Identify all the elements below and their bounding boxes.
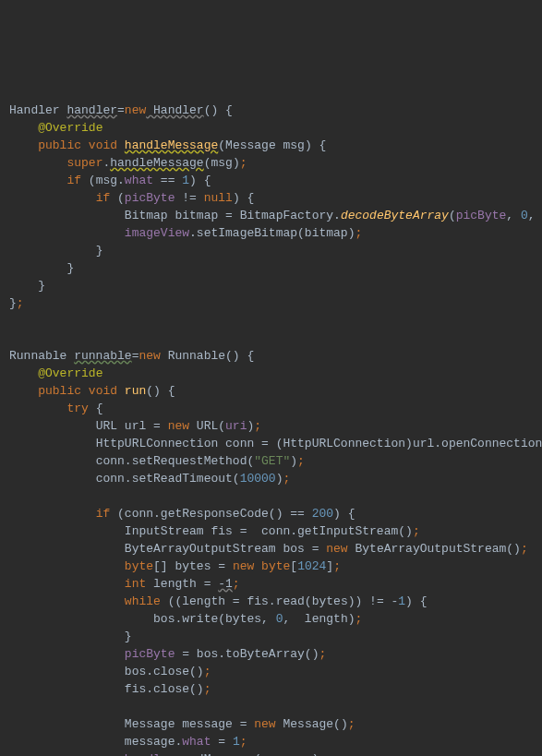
code-line: message.what = 1; <box>9 735 247 749</box>
code-line: } <box>9 630 132 643</box>
code-line: Runnable runnable=new Runnable() { <box>9 349 254 363</box>
code-editor[interactable]: Handler handler=new Handler() { @Overrid… <box>9 84 533 756</box>
code-line: try { <box>9 402 102 415</box>
blank-line <box>9 314 17 328</box>
blank-line <box>9 489 17 503</box>
code-line: @Override <box>9 121 102 135</box>
code-line: if (conn.getResponseCode() == 200) { <box>9 507 355 521</box>
code-line: if (picByte != null) { <box>9 191 254 205</box>
code-line: public void run() { <box>9 384 175 398</box>
code-line: while ((length = fis.read(bytes)) != -1)… <box>9 594 428 608</box>
code-line: ByteArrayOutputStream bos = new ByteArra… <box>9 542 528 556</box>
code-line: Handler handler=new Handler() { <box>9 103 233 117</box>
blank-line <box>9 700 17 714</box>
code-line: public void handleMessage(Message msg) { <box>9 138 326 152</box>
code-line: super.handleMessage(msg); <box>9 156 247 170</box>
code-line: Bitmap bitmap = BitmapFactory.decodeByte… <box>9 209 542 222</box>
code-line: conn.setReadTimeout(10000); <box>9 472 290 486</box>
code-line: conn.setRequestMethod("GET"); <box>9 454 305 468</box>
code-line: imageView.setImageBitmap(bitmap); <box>9 226 362 240</box>
code-line: handle.sendMessage(message); <box>9 752 326 756</box>
code-line: fis.close(); <box>9 682 211 696</box>
code-line: int length = -1; <box>9 577 240 591</box>
code-line: HttpURLConnection conn = (HttpURLConnect… <box>9 437 542 450</box>
code-line: bos.close(); <box>9 665 211 678</box>
code-line: @Override <box>9 366 102 380</box>
code-line: if (msg.what == 1) { <box>9 174 211 187</box>
code-line: byte[] bytes = new byte[1024]; <box>9 559 341 573</box>
code-line: } <box>9 244 102 258</box>
code-line: } <box>9 261 74 275</box>
code-line: picByte = bos.toByteArray(); <box>9 647 326 661</box>
code-line: URL url = new URL(uri); <box>9 419 261 433</box>
code-line: }; <box>9 296 24 310</box>
code-line: InputStream fis = conn.getInputStream(); <box>9 524 420 538</box>
code-line: } <box>9 279 45 293</box>
code-line: Message message = new Message(); <box>9 717 355 731</box>
blank-line <box>9 331 17 345</box>
code-line: bos.write(bytes, 0, length); <box>9 612 362 626</box>
